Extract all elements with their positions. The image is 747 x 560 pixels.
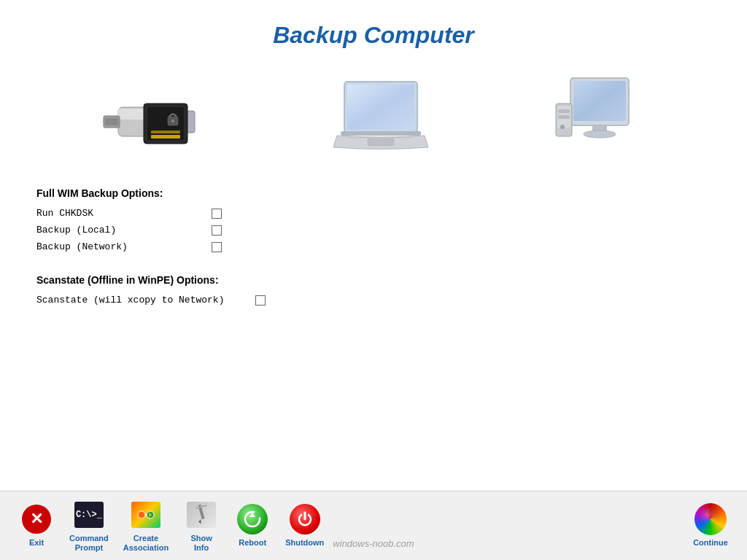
- desktop-computer-icon: [549, 74, 651, 162]
- show-info-button[interactable]: Show Info: [179, 495, 223, 556]
- svg-rect-13: [347, 85, 414, 130]
- option-label-backup-network: Backup (Network): [36, 241, 197, 252]
- svg-rect-23: [558, 109, 570, 113]
- show-info-icon: [185, 499, 217, 531]
- page-title: Backup Computer: [0, 0, 747, 49]
- continue-icon: [694, 503, 727, 535]
- checkbox-backup-local[interactable]: [212, 225, 222, 236]
- option-label-scanstate: Scanstate (will xcopy to Network): [36, 295, 241, 306]
- create-association-label: Create Association: [123, 534, 169, 553]
- option-row-chkdsk: Run CHKDSK: [36, 208, 747, 219]
- continue-button[interactable]: Continue: [689, 499, 732, 551]
- svg-marker-29: [198, 519, 201, 524]
- command-prompt-button[interactable]: C:\>_ Command Prompt: [66, 495, 112, 556]
- hero-icons: [0, 71, 747, 166]
- svg-marker-32: [249, 513, 255, 517]
- reboot-button[interactable]: Reboot: [231, 499, 274, 551]
- svg-rect-14: [341, 131, 421, 136]
- reboot-label: Reboot: [239, 538, 266, 548]
- options-section: Full WIM Backup Options: Run CHKDSK Back…: [0, 187, 747, 252]
- svg-rect-8: [151, 131, 180, 133]
- svg-rect-18: [573, 81, 626, 121]
- checkbox-chkdsk[interactable]: [212, 209, 222, 219]
- svg-rect-16: [348, 137, 414, 139]
- scanstate-title: Scanstate (Offline in WinPE) Options:: [36, 274, 747, 286]
- create-association-button[interactable]: Create Association: [120, 495, 172, 556]
- exit-icon: ✕: [20, 503, 53, 535]
- toolbar: ✕ Exit C:\>_ Command Prompt Create Assoc…: [0, 491, 747, 560]
- option-label-backup-local: Backup (Local): [36, 225, 197, 236]
- show-info-label: Show Info: [190, 534, 212, 553]
- option-row-scanstate: Scanstate (will xcopy to Network): [36, 295, 747, 306]
- continue-label: Continue: [693, 538, 728, 548]
- exit-button[interactable]: ✕ Exit: [15, 499, 58, 551]
- checkbox-backup-network[interactable]: [212, 242, 222, 252]
- option-row-backup-local: Backup (Local): [36, 225, 747, 236]
- svg-rect-24: [558, 115, 570, 119]
- svg-point-10: [171, 120, 174, 122]
- exit-label: Exit: [29, 538, 44, 548]
- svg-point-33: [696, 505, 725, 534]
- svg-point-26: [138, 511, 145, 518]
- usb-drive-icon: [96, 71, 213, 166]
- laptop-icon: [330, 74, 432, 162]
- option-row-backup-network: Backup (Network): [36, 241, 747, 252]
- shutdown-button[interactable]: Shutdown: [282, 499, 328, 551]
- create-association-icon: [130, 499, 162, 531]
- svg-rect-15: [368, 139, 394, 146]
- svg-point-20: [584, 131, 616, 138]
- full-wim-title: Full WIM Backup Options:: [36, 187, 747, 199]
- option-label-chkdsk: Run CHKDSK: [36, 208, 197, 219]
- shutdown-label: Shutdown: [285, 538, 324, 548]
- svg-rect-4: [105, 118, 118, 125]
- shutdown-icon: [289, 503, 321, 535]
- reboot-icon: [236, 503, 268, 535]
- svg-point-25: [560, 125, 565, 129]
- command-prompt-icon: C:\>_: [73, 499, 105, 531]
- svg-rect-7: [151, 135, 180, 139]
- scanstate-section: Scanstate (Offline in WinPE) Options: Sc…: [0, 274, 747, 306]
- command-prompt-label: Command Prompt: [69, 534, 109, 553]
- checkbox-scanstate[interactable]: [255, 295, 266, 306]
